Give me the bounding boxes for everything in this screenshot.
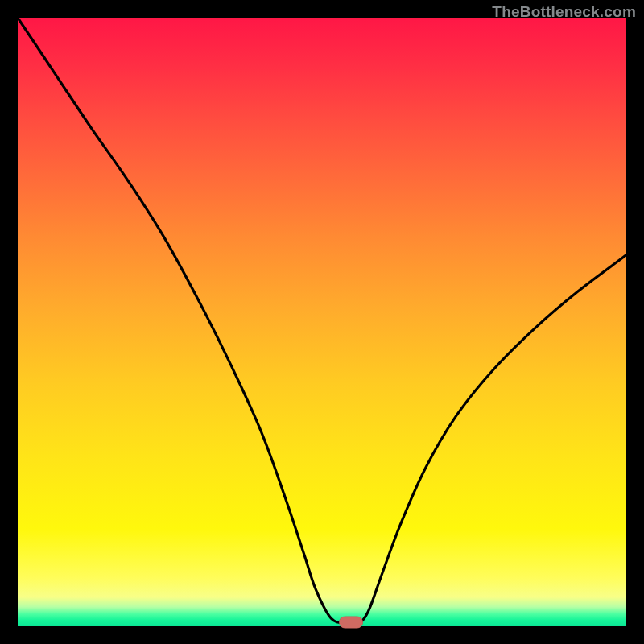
chart-frame: TheBottleneck.com	[0, 0, 644, 644]
optimal-marker	[339, 617, 363, 629]
bottleneck-curve	[18, 18, 626, 626]
watermark-text: TheBottleneck.com	[492, 3, 636, 21]
plot-area	[18, 18, 626, 626]
